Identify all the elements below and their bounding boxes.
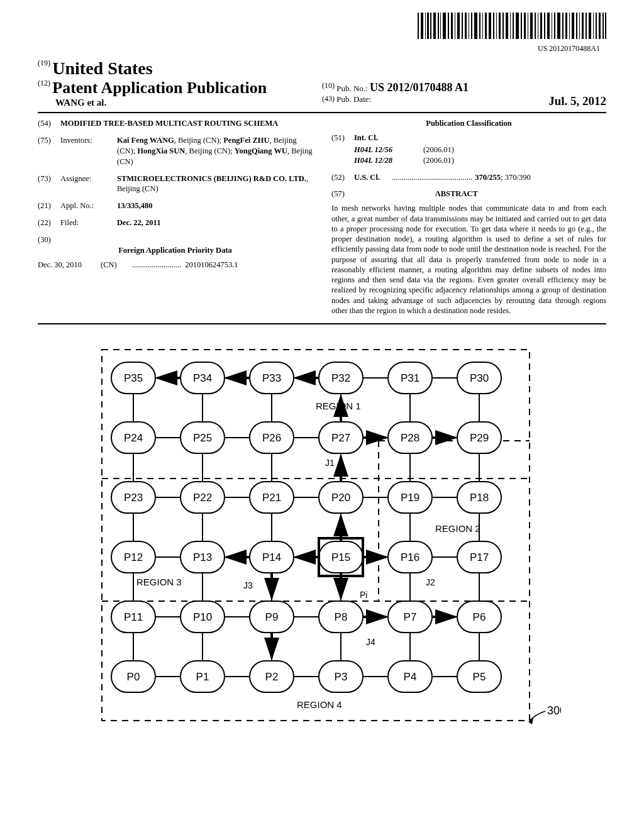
pubdate: Jul. 5, 2012 [548,94,606,108]
f54-num: (54) [38,118,60,129]
node-label-p13: P13 [193,551,212,563]
inventor-1: Kai Feng WANG [117,136,174,145]
svg-rect-5 [433,13,436,39]
node-label-p30: P30 [470,372,489,384]
j4-label: J4 [366,637,375,647]
region-2-label: REGION 2 [435,523,480,534]
f73-label: Assignee: [60,174,117,195]
node-label-p10: P10 [193,611,212,623]
svg-rect-20 [485,13,487,39]
node-label-p16: P16 [401,551,419,563]
node-label-p35: P35 [124,372,143,384]
svg-rect-55 [605,13,606,39]
pub-title: Patent Application Publication [52,79,267,97]
node-label-p5: P5 [473,671,486,683]
svg-rect-27 [510,13,511,39]
svg-rect-32 [528,13,528,39]
f52-dots: ........................................… [392,172,472,183]
node-label-p11: P11 [124,611,143,623]
filed-date: Dec. 22, 2011 [117,218,313,228]
f75-num: (75) [38,135,60,167]
node-label-p23: P23 [124,492,143,504]
svg-rect-30 [521,13,522,39]
node-label-p20: P20 [331,492,350,504]
svg-rect-7 [440,13,441,39]
svg-rect-48 [582,13,584,39]
pubno-prefix: (10) [322,81,335,90]
svg-rect-21 [489,13,491,39]
svg-rect-13 [462,13,463,39]
region-1-label: REGION 1 [316,401,361,411]
node-label-p9: P9 [265,611,279,623]
country: United States [52,58,152,78]
svg-rect-46 [576,13,577,39]
node-label-p2: P2 [265,671,279,683]
node-label-p33: P33 [262,372,281,384]
ref-300: 300 [547,704,561,717]
priority-dots: ......................... [132,260,181,270]
mesh-diagram-svg: P35P34P33P32P31P30P24P25P26P27P28P29P23P… [83,337,561,739]
f52-label: U.S. Cl. [354,172,392,183]
f21-num: (21) [38,201,60,211]
inventor-3: HongXia SUN [137,147,185,155]
figure: P35P34P33P32P31P30P24P25P26P27P28P29P23P… [38,337,606,739]
node-label-p17: P17 [470,551,489,563]
svg-rect-16 [471,13,472,39]
svg-rect-31 [524,13,526,39]
barcode-text: US 20120170488A1 [38,44,606,53]
svg-rect-34 [535,13,536,39]
node-label-p32: P32 [331,372,350,384]
svg-rect-2 [425,13,426,39]
intcl-1-code: H04L 12/56 [354,145,423,155]
svg-rect-53 [599,13,601,39]
node-label-p31: P31 [401,372,419,384]
intcl-1-year: (2006.01) [423,145,454,155]
svg-rect-45 [572,13,574,39]
pubdate-prefix: (43) [322,94,335,103]
svg-rect-52 [596,13,597,39]
svg-rect-33 [530,13,533,39]
j1-label: J1 [325,458,335,468]
node-label-p4: P4 [404,671,417,683]
svg-rect-6 [438,13,439,39]
node-label-p0: P0 [127,671,140,683]
j3-label: J3 [243,580,253,590]
priority-date: Dec. 30, 2010 [38,260,101,270]
uscl-main: 370/255 [475,173,501,182]
svg-rect-3 [427,13,429,39]
node-label-p21: P21 [262,492,281,504]
svg-rect-23 [496,13,497,39]
inventor-4: YongQiang WU [235,147,287,155]
f73-num: (73) [38,174,60,195]
svg-rect-24 [499,13,501,39]
svg-rect-37 [544,13,545,39]
node-label-p18: P18 [470,492,489,504]
node-label-p25: P25 [193,432,212,444]
uscl-sec: 370/390 [505,173,531,182]
f30-num: (30) [38,235,51,244]
j2-label: J2 [426,577,435,587]
abstract-text: In mesh networks having multiple nodes t… [331,203,606,316]
assignee: STMICROELECTRONICS (BEIJING) R&D CO. LTD… [117,174,306,183]
node-label-p27: P27 [331,432,350,444]
svg-rect-22 [493,13,494,39]
svg-rect-12 [457,13,460,39]
node-label-p19: P19 [401,492,419,504]
f21-label: Appl. No.: [60,201,117,211]
node-label-p34: P34 [193,372,212,384]
f51-label: Int. Cl. [354,133,378,143]
f57-num: (57) [331,189,345,198]
svg-rect-36 [540,13,542,39]
svg-rect-43 [565,13,567,39]
country-prefix: (19) [38,58,50,67]
node-label-p7: P7 [404,611,417,623]
svg-rect-29 [516,13,519,39]
svg-rect-50 [589,13,591,39]
svg-rect-25 [502,13,504,39]
region-3-label: REGION 3 [136,577,182,587]
node-label-p12: P12 [124,551,143,563]
classification-heading: Publication Classification [331,118,606,129]
svg-rect-10 [451,13,453,39]
f52-num: (52) [331,172,354,183]
node-label-p22: P22 [193,492,212,504]
